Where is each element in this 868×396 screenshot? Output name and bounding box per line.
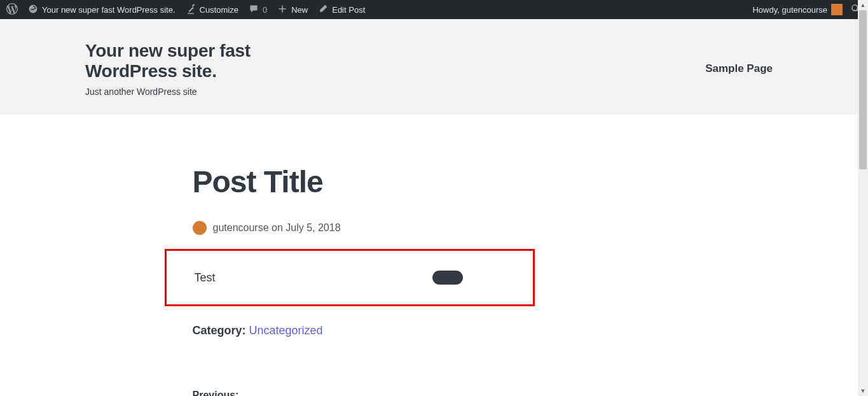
- howdy-menu[interactable]: Howdy, gutencourse: [747, 0, 848, 19]
- edit-post-label: Edit Post: [332, 5, 365, 15]
- site-header: Your new super fast WordPress site. Just…: [0, 19, 868, 115]
- post-byline: gutencourse on July 5, 2018: [213, 222, 341, 234]
- comments-menu[interactable]: 0: [244, 0, 272, 19]
- dashboard-icon: [28, 4, 38, 16]
- comment-icon: [249, 4, 259, 16]
- post-date[interactable]: July 5, 2018: [286, 222, 340, 233]
- scroll-up-arrow-icon[interactable]: ▲: [858, 0, 868, 10]
- paintbrush-icon: [186, 4, 196, 16]
- user-avatar-small: [831, 4, 843, 15]
- site-branding: Your new super fast WordPress site. Just…: [85, 41, 314, 97]
- comments-count: 0: [263, 5, 267, 15]
- customize-menu[interactable]: Customize: [181, 0, 244, 19]
- admin-bar-left: Your new super fast WordPress site. Cust…: [1, 0, 370, 19]
- admin-bar-right: Howdy, gutencourse: [747, 0, 864, 19]
- previous-nav-label[interactable]: Previous:: [193, 390, 676, 396]
- site-name-text: Your new super fast WordPress site.: [42, 5, 176, 15]
- post: Post Title gutencourse on July 5, 2018 T…: [193, 115, 676, 396]
- wordpress-logo-icon: [6, 3, 18, 17]
- site-title[interactable]: Your new super fast WordPress site.: [85, 41, 314, 81]
- post-title: Post Title: [193, 164, 676, 199]
- new-label: New: [291, 5, 308, 15]
- scroll-thumb[interactable]: [859, 10, 867, 169]
- vertical-scrollbar[interactable]: ▲ ▼: [858, 0, 868, 396]
- customize-label: Customize: [200, 5, 238, 15]
- post-categories: Category: Uncategorized: [193, 324, 676, 337]
- edit-post-menu[interactable]: Edit Post: [313, 0, 370, 19]
- plus-icon: [277, 4, 287, 16]
- primary-nav: Sample Page: [705, 62, 773, 75]
- category-label: Category:: [193, 324, 246, 337]
- highlighted-content-box: Test: [165, 249, 535, 306]
- nav-sample-page[interactable]: Sample Page: [705, 62, 773, 74]
- main-content: Post Title gutencourse on July 5, 2018 T…: [0, 115, 868, 396]
- post-content-text: Test: [195, 271, 216, 285]
- site-tagline: Just another WordPress site: [85, 87, 314, 97]
- post-author[interactable]: gutencourse: [213, 222, 269, 233]
- category-link[interactable]: Uncategorized: [249, 324, 323, 337]
- post-on: on: [272, 222, 283, 233]
- wp-logo-menu[interactable]: [1, 0, 23, 19]
- site-name-menu[interactable]: Your new super fast WordPress site.: [23, 0, 181, 19]
- content-pill-shape: [432, 271, 463, 285]
- post-meta: gutencourse on July 5, 2018: [193, 221, 676, 235]
- pencil-icon: [318, 4, 328, 16]
- wp-admin-bar: Your new super fast WordPress site. Cust…: [0, 0, 868, 19]
- howdy-text: Howdy, gutencourse: [752, 5, 827, 15]
- new-menu[interactable]: New: [272, 0, 313, 19]
- scroll-down-arrow-icon[interactable]: ▼: [858, 386, 868, 396]
- author-avatar: [193, 221, 207, 235]
